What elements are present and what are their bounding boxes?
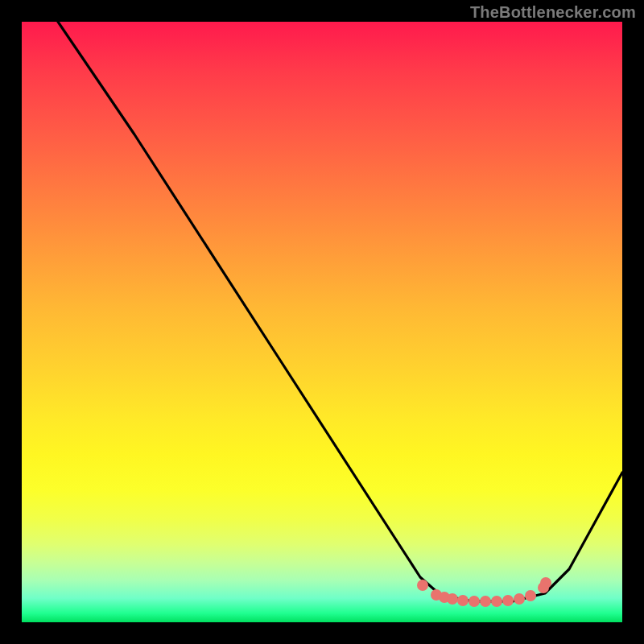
marker-dot bbox=[502, 595, 514, 606]
plot-area bbox=[22, 22, 622, 622]
marker-dot bbox=[514, 593, 525, 605]
chart-frame: TheBottlenecker.com bbox=[0, 0, 644, 644]
marker-dot bbox=[469, 596, 480, 607]
marker-dot bbox=[480, 596, 491, 607]
marker-dot bbox=[457, 595, 469, 606]
marker-dot bbox=[491, 596, 502, 607]
marker-dot bbox=[447, 593, 458, 605]
marker-group bbox=[417, 577, 551, 607]
bottleneck-curve bbox=[58, 22, 622, 601]
marker-dot bbox=[417, 580, 428, 591]
marker-dot bbox=[525, 590, 536, 601]
marker-dot bbox=[540, 577, 551, 588]
curve-layer bbox=[22, 22, 622, 622]
watermark-text: TheBottlenecker.com bbox=[470, 3, 636, 22]
